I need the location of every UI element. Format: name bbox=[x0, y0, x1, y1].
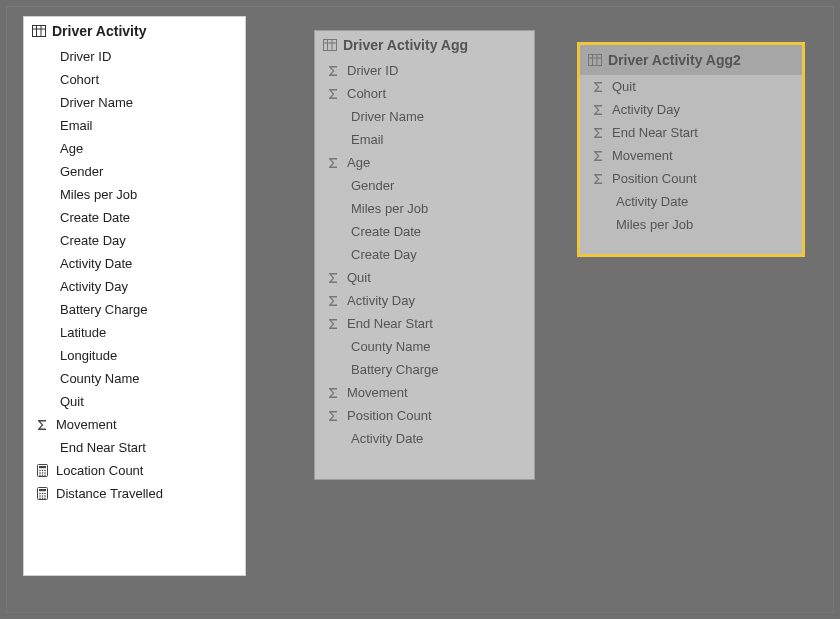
svg-point-22 bbox=[44, 495, 46, 497]
field-label: Driver Name bbox=[52, 95, 133, 110]
field-label: Create Day bbox=[52, 233, 126, 248]
svg-point-11 bbox=[44, 472, 46, 474]
field-row[interactable]: Age bbox=[24, 137, 245, 160]
table-title: Driver Activity Agg2 bbox=[608, 52, 741, 68]
field-label: Email bbox=[343, 132, 384, 147]
svg-point-8 bbox=[44, 470, 46, 472]
sigma-icon bbox=[588, 150, 608, 162]
field-label: Distance Travelled bbox=[52, 486, 163, 501]
field-label: End Near Start bbox=[343, 316, 433, 331]
table-card[interactable]: Driver Activity Agg2 Quit Activity Day E… bbox=[577, 42, 805, 257]
table-header[interactable]: Driver Activity Agg2 bbox=[580, 45, 802, 75]
field-row[interactable]: End Near Start bbox=[24, 436, 245, 459]
field-label: Latitude bbox=[52, 325, 106, 340]
svg-rect-30 bbox=[589, 55, 602, 66]
field-row[interactable]: Driver ID bbox=[24, 45, 245, 68]
field-row[interactable]: Driver Name bbox=[24, 91, 245, 114]
field-row[interactable]: Movement bbox=[24, 413, 245, 436]
field-row[interactable]: Activity Day bbox=[24, 275, 245, 298]
field-row[interactable]: Activity Date bbox=[315, 427, 534, 450]
field-row[interactable]: Quit bbox=[580, 75, 802, 98]
field-row[interactable]: Movement bbox=[315, 381, 534, 404]
table-card[interactable]: Driver ActivityDriver IDCohortDriver Nam… bbox=[23, 16, 246, 576]
svg-point-6 bbox=[39, 470, 41, 472]
sigma-icon bbox=[323, 410, 343, 422]
field-row[interactable]: Email bbox=[24, 114, 245, 137]
sigma-icon bbox=[32, 419, 52, 431]
field-row[interactable]: Cohort bbox=[24, 68, 245, 91]
table-header[interactable]: Driver Activity bbox=[24, 17, 245, 45]
field-label: Movement bbox=[52, 417, 117, 432]
field-row[interactable]: Longitude bbox=[24, 344, 245, 367]
svg-rect-5 bbox=[39, 466, 46, 468]
field-row[interactable]: County Name bbox=[24, 367, 245, 390]
field-row[interactable]: Miles per Job bbox=[24, 183, 245, 206]
field-row[interactable]: Quit bbox=[315, 266, 534, 289]
sigma-icon bbox=[588, 104, 608, 116]
field-label: Gender bbox=[343, 178, 394, 193]
field-row[interactable]: Latitude bbox=[24, 321, 245, 344]
table-icon bbox=[588, 54, 602, 66]
field-label: Activity Day bbox=[343, 293, 415, 308]
svg-point-24 bbox=[41, 497, 43, 499]
field-label: Driver ID bbox=[52, 49, 111, 64]
field-label: Activity Date bbox=[608, 194, 688, 209]
field-row[interactable]: Create Date bbox=[315, 220, 534, 243]
sigma-icon bbox=[323, 272, 343, 284]
table-icon bbox=[323, 39, 337, 51]
field-row[interactable]: Miles per Job bbox=[580, 213, 802, 236]
field-row[interactable]: Position Count bbox=[315, 404, 534, 427]
field-label: Gender bbox=[52, 164, 103, 179]
field-row[interactable]: Age bbox=[315, 151, 534, 174]
field-row[interactable]: Position Count bbox=[580, 167, 802, 190]
field-label: Driver ID bbox=[343, 63, 398, 78]
field-row[interactable]: End Near Start bbox=[580, 121, 802, 144]
field-label: Create Date bbox=[52, 210, 130, 225]
field-label: Battery Charge bbox=[343, 362, 438, 377]
field-row[interactable]: Location Count bbox=[24, 459, 245, 482]
field-row[interactable]: County Name bbox=[315, 335, 534, 358]
svg-rect-26 bbox=[324, 40, 337, 51]
field-row[interactable]: Distance Travelled bbox=[24, 482, 245, 505]
field-row[interactable]: End Near Start bbox=[315, 312, 534, 335]
svg-point-14 bbox=[44, 474, 46, 476]
field-row[interactable]: Create Day bbox=[315, 243, 534, 266]
field-row[interactable]: Driver ID bbox=[315, 59, 534, 82]
field-row[interactable]: Email bbox=[315, 128, 534, 151]
table-icon bbox=[32, 25, 46, 37]
sigma-icon bbox=[588, 81, 608, 93]
field-row[interactable]: Activity Date bbox=[580, 190, 802, 213]
table-card[interactable]: Driver Activity Agg Driver ID CohortDriv… bbox=[314, 30, 535, 480]
field-row[interactable]: Cohort bbox=[315, 82, 534, 105]
field-row[interactable]: Miles per Job bbox=[315, 197, 534, 220]
table-header[interactable]: Driver Activity Agg bbox=[315, 31, 534, 59]
sigma-icon bbox=[323, 295, 343, 307]
field-label: Quit bbox=[52, 394, 84, 409]
sigma-icon bbox=[588, 173, 608, 185]
field-row[interactable]: Quit bbox=[24, 390, 245, 413]
table-title: Driver Activity Agg bbox=[343, 37, 468, 53]
svg-point-12 bbox=[39, 474, 41, 476]
field-row[interactable]: Activity Day bbox=[580, 98, 802, 121]
field-label: Longitude bbox=[52, 348, 117, 363]
field-row[interactable]: Create Date bbox=[24, 206, 245, 229]
svg-point-13 bbox=[41, 474, 43, 476]
field-row[interactable]: Create Day bbox=[24, 229, 245, 252]
sigma-icon bbox=[323, 157, 343, 169]
svg-point-10 bbox=[41, 472, 43, 474]
field-label: Email bbox=[52, 118, 93, 133]
svg-point-23 bbox=[39, 497, 41, 499]
sigma-icon bbox=[323, 65, 343, 77]
field-row[interactable]: Activity Date bbox=[24, 252, 245, 275]
field-row[interactable]: Gender bbox=[315, 174, 534, 197]
field-row[interactable]: Activity Day bbox=[315, 289, 534, 312]
field-row[interactable]: Movement bbox=[580, 144, 802, 167]
svg-rect-0 bbox=[33, 26, 46, 37]
field-row[interactable]: Gender bbox=[24, 160, 245, 183]
field-row[interactable]: Battery Charge bbox=[315, 358, 534, 381]
field-label: County Name bbox=[343, 339, 430, 354]
svg-point-20 bbox=[39, 495, 41, 497]
field-row[interactable]: Driver Name bbox=[315, 105, 534, 128]
field-label: Quit bbox=[343, 270, 371, 285]
field-row[interactable]: Battery Charge bbox=[24, 298, 245, 321]
